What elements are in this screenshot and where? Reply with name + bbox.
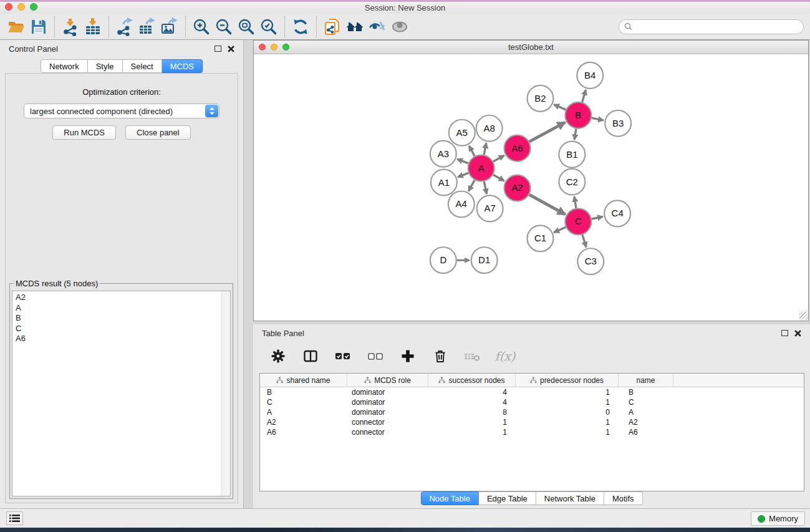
column-header-shared-name[interactable]: shared name: [260, 374, 347, 387]
edge-A-A7[interactable]: [484, 181, 486, 194]
node-A6[interactable]: A6: [504, 135, 531, 162]
task-history-button[interactable]: [6, 511, 23, 525]
tab-node-table[interactable]: Node Table: [420, 491, 479, 505]
node-A[interactable]: A: [468, 155, 494, 181]
run-mcds-button[interactable]: Run MCDS: [52, 125, 116, 140]
zoom-selected-icon[interactable]: [258, 16, 280, 38]
export-network-icon[interactable]: [113, 16, 136, 38]
mcds-result-item[interactable]: A6: [16, 334, 230, 344]
hide-details-eye-icon[interactable]: [366, 16, 388, 38]
zoom-fit-icon[interactable]: [235, 16, 258, 38]
network-window-titlebar[interactable]: testGlobe.txt: [254, 41, 808, 54]
memory-button[interactable]: Memory: [751, 511, 805, 526]
node-A5[interactable]: A5: [449, 120, 475, 146]
column-header-mcds-role[interactable]: MCDS role: [347, 374, 428, 387]
float-panel-icon[interactable]: [215, 46, 221, 52]
mcds-result-item[interactable]: C: [16, 324, 230, 334]
open-session-icon[interactable]: [5, 16, 27, 38]
export-image-icon[interactable]: [158, 16, 181, 38]
add-column-icon[interactable]: [399, 347, 417, 365]
tab-network-table[interactable]: Network Table: [536, 491, 604, 505]
edge-A-A6[interactable]: [493, 155, 504, 162]
import-network-icon[interactable]: [59, 16, 82, 38]
search-input[interactable]: [619, 19, 804, 34]
node-C4[interactable]: C4: [604, 200, 630, 226]
zoom-window-button[interactable]: [30, 3, 37, 11]
table-row[interactable]: A2connector11A2: [260, 417, 804, 427]
node-D[interactable]: D: [430, 247, 456, 273]
edge-B-B1[interactable]: [574, 128, 576, 140]
search-field[interactable]: [635, 21, 803, 33]
edge-A-A3[interactable]: [457, 159, 468, 163]
tab-edge-table[interactable]: Edge Table: [479, 491, 536, 505]
column-header-successor-nodes[interactable]: successor nodes: [428, 374, 516, 387]
show-details-eye-icon[interactable]: [388, 16, 411, 38]
node-B4[interactable]: B4: [577, 62, 603, 89]
edge-B-B2[interactable]: [554, 105, 566, 110]
delete-column-icon[interactable]: [432, 347, 449, 365]
minimize-network-window-button[interactable]: [271, 44, 277, 51]
export-table-icon[interactable]: [136, 16, 158, 38]
refresh-icon[interactable]: [289, 16, 312, 38]
edge-B-B3[interactable]: [592, 118, 604, 120]
edge-B-B4[interactable]: [582, 90, 586, 102]
delete-table-icon[interactable]: [464, 347, 481, 365]
table-row[interactable]: Bdominator41B: [260, 387, 804, 397]
split-view-icon[interactable]: [302, 347, 319, 365]
function-builder-icon[interactable]: f(x): [496, 347, 514, 365]
save-session-icon[interactable]: [27, 16, 50, 38]
minimize-window-button[interactable]: [17, 3, 25, 11]
column-header-predecessor-nodes[interactable]: predecessor nodes: [516, 374, 619, 387]
mcds-result-item[interactable]: B: [16, 313, 230, 324]
optimization-criterion-select[interactable]: largest connected component (directed): [24, 104, 219, 118]
edge-A6-B[interactable]: [529, 122, 565, 142]
edge-A2-C[interactable]: [529, 195, 566, 215]
node-B1[interactable]: B1: [559, 142, 585, 168]
node-A1[interactable]: A1: [431, 170, 457, 196]
mcds-result-item[interactable]: A2: [16, 293, 230, 303]
window-resize-grip[interactable]: [799, 312, 808, 320]
edge-C-C4[interactable]: [592, 216, 603, 219]
tab-select[interactable]: Select: [123, 59, 162, 73]
gear-icon[interactable]: [269, 347, 287, 365]
close-panel-icon[interactable]: [228, 46, 234, 52]
node-A4[interactable]: A4: [448, 191, 475, 217]
close-window-button[interactable]: [5, 3, 12, 11]
edge-A-A4[interactable]: [468, 180, 475, 191]
edge-C-C2[interactable]: [574, 196, 576, 208]
mcds-list-scrollbar[interactable]: [221, 291, 230, 496]
houses-icon[interactable]: [344, 16, 366, 38]
edge-C-C1[interactable]: [554, 227, 566, 232]
node-A7[interactable]: A7: [477, 195, 503, 221]
column-header-name[interactable]: name: [619, 374, 673, 387]
node-C2[interactable]: C2: [559, 169, 585, 195]
node-C[interactable]: C: [565, 208, 591, 235]
deselect-all-icon[interactable]: [367, 347, 384, 365]
node-A2[interactable]: A2: [504, 175, 531, 201]
node-A3[interactable]: A3: [430, 141, 456, 167]
edge-C-C3[interactable]: [582, 235, 586, 247]
table-row[interactable]: Adominator80A: [260, 407, 804, 417]
table-row[interactable]: Cdominator41C: [260, 397, 804, 407]
select-all-icon[interactable]: [334, 347, 352, 365]
edge-A-A1[interactable]: [458, 173, 468, 177]
node-B[interactable]: B: [565, 102, 591, 128]
mcds-result-list[interactable]: A2ABCA6: [12, 291, 231, 496]
float-table-panel-icon[interactable]: [781, 330, 788, 336]
tab-mcds[interactable]: MCDS: [162, 59, 203, 73]
close-table-panel-icon[interactable]: [794, 330, 801, 337]
close-network-window-button[interactable]: [259, 44, 266, 51]
zoom-out-icon[interactable]: [213, 16, 235, 38]
node-B3[interactable]: B3: [605, 110, 631, 137]
table-row[interactable]: A6connector11A6: [260, 427, 804, 437]
duplicate-network-icon[interactable]: [321, 16, 344, 38]
node-C3[interactable]: C3: [577, 248, 604, 274]
tab-motifs[interactable]: Motifs: [604, 491, 643, 505]
import-table-icon[interactable]: [82, 16, 104, 38]
close-panel-button[interactable]: Close panel: [125, 125, 191, 140]
edge-A-A8[interactable]: [484, 143, 486, 155]
zoom-network-window-button[interactable]: [282, 44, 289, 51]
tab-network[interactable]: Network: [41, 59, 88, 73]
edge-A-A2[interactable]: [493, 175, 504, 181]
node-D1[interactable]: D1: [471, 247, 498, 273]
